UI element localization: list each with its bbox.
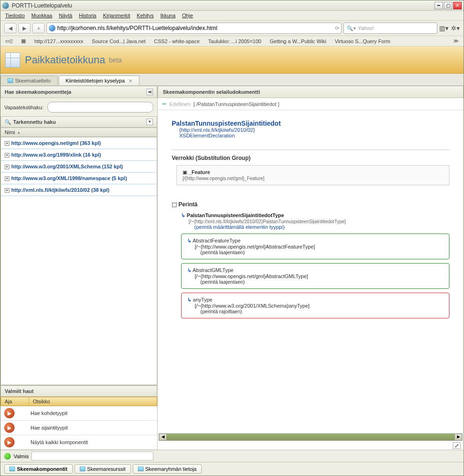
breadcrumb-path: [ /PalstanTunnuspisteenSijaintitiedot ]: [193, 101, 279, 107]
feature-box[interactable]: ▣ _Feature [/{http://www.opengis.net/gml…: [176, 165, 449, 185]
arrow-icon: ↳: [187, 238, 191, 243]
forward-button[interactable]: ▶: [18, 23, 30, 33]
freetext-label: Vapaatekstihaku:: [4, 105, 44, 110]
bookmark-grid-icon[interactable]: ▦: [21, 38, 26, 44]
back-arrow-icon[interactable]: ⇐: [162, 101, 167, 107]
saved-row: ▶ Hae kohdetyypit: [0, 406, 157, 421]
scroll-track[interactable]: [167, 434, 455, 440]
expand-icon[interactable]: +: [5, 153, 9, 158]
bookmark-item[interactable]: Virtuoso S...Query Form: [335, 38, 390, 44]
inheritance-icon: ⬚: [172, 201, 177, 208]
play-button[interactable]: ▶: [4, 437, 15, 447]
tree-item[interactable]: +http://www.w3.org/1999/xlink (16 kpl): [1, 149, 157, 161]
expand-icon[interactable]: +: [5, 165, 9, 169]
inh-name: AbstractGMLType: [192, 267, 233, 273]
expand-icon[interactable]: +: [5, 188, 9, 193]
doc-declaration: XSDElementDeclaration: [179, 133, 449, 138]
inh-note: (perintä rajoittaen): [200, 309, 242, 314]
expand-icon[interactable]: +: [5, 176, 9, 181]
bookmark-item[interactable]: http://127...xxxxxxxxx: [34, 38, 84, 44]
search-bar[interactable]: 🔍▾ Yahoo!: [343, 23, 437, 34]
advanced-search-header[interactable]: 🔍 Tarkennettu haku ▼: [0, 116, 157, 128]
beta-label: beta: [109, 56, 122, 64]
bottom-tab-resources[interactable]: Skeemaresurssit: [75, 464, 131, 474]
saved-title[interactable]: Hae sijaintityypit: [29, 423, 69, 432]
bottom-tab-group-info[interactable]: Skeemaryhmän tietoja: [133, 464, 202, 474]
menu-history[interactable]: Historia: [79, 13, 96, 18]
arrow-icon: ↳: [187, 267, 191, 273]
inh-path: [/~{http://www.opengis.net/gml}AbstractG…: [195, 273, 308, 279]
tab-property-query[interactable]: Kiinteistötietojen kyselypa ✕: [59, 76, 139, 85]
menu-edit[interactable]: Muokkaa: [31, 13, 53, 18]
bottom-tab-components[interactable]: Skeemakomponentit: [4, 464, 73, 474]
saved-title[interactable]: Näytä kaikki komponentit: [29, 438, 90, 447]
back-button[interactable]: ◀: [4, 23, 16, 33]
inh-name: anyType: [193, 297, 213, 302]
tree-item[interactable]: +http://www.w3.org/2001/XMLSchema (152 k…: [1, 161, 157, 173]
url-bar[interactable]: ⟳: [46, 23, 342, 34]
bookmark-menu-icon[interactable]: ▭▯: [5, 38, 13, 44]
column-header[interactable]: Nimi ▲: [0, 128, 157, 137]
menu-help[interactable]: Ohje: [182, 13, 193, 18]
scroll-right-icon[interactable]: ▶: [455, 434, 462, 440]
saved-title[interactable]: Hae kohdetyypit: [29, 408, 69, 418]
saved-col-header: Aja Otsikko: [0, 397, 157, 406]
tree-item[interactable]: +http://xml.nls.fi/ktjkiiwfs/2010/02 (38…: [1, 184, 157, 196]
page-icon[interactable]: ▥▾: [439, 23, 449, 33]
menu-develop[interactable]: Kehitys: [137, 13, 154, 18]
status-ok-icon: [4, 453, 11, 460]
tab-label: Skeemaluettelo: [15, 78, 51, 83]
reload-icon[interactable]: ⟳: [335, 25, 339, 31]
bookmark-item[interactable]: Taulukko: ...i 2005=100: [208, 38, 261, 44]
tab-row: Skeemaluettelo Kiinteistötietojen kysely…: [0, 74, 464, 86]
play-button[interactable]: ▶: [4, 408, 15, 418]
restore-icon[interactable]: ⤢: [453, 442, 461, 449]
url-input[interactable]: [57, 25, 335, 31]
status-input[interactable]: [31, 452, 153, 461]
play-button[interactable]: ▶: [4, 423, 15, 433]
saved-searches-panel: Valmiit haut Aja Otsikko ▶ Hae kohdetyyp…: [0, 385, 157, 450]
feature-icon: ▣: [183, 169, 187, 175]
menu-view[interactable]: Näytä: [59, 13, 72, 18]
tab-icon: [138, 467, 144, 471]
logo-icon: [5, 53, 20, 68]
add-button[interactable]: ＋: [32, 23, 45, 33]
col-title: Otsikko: [29, 397, 54, 406]
collapse-icon[interactable]: ≪: [146, 89, 153, 95]
status-label: Valmis: [14, 453, 29, 459]
search-icon: 🔍▾: [347, 25, 356, 31]
breadcrumb: ⇐ Edellinen [ /PalstanTunnuspisteenSijai…: [158, 98, 464, 110]
tab-schema-list[interactable]: Skeemaluettelo: [0, 76, 58, 85]
menu-window[interactable]: Ikkuna: [160, 13, 175, 18]
maximize-button[interactable]: ▢: [444, 2, 452, 9]
bookmark-item[interactable]: Source Cod...| Java.net: [92, 38, 146, 44]
scroll-left-icon[interactable]: ◀: [159, 434, 167, 440]
inh-path: [/~{http://www.w3.org/2001/XMLSchema}any…: [195, 303, 310, 309]
bookmarks-bar: ▭▯ ▦ http://127...xxxxxxxxx Source Cod..…: [0, 36, 464, 46]
close-tab-icon[interactable]: ✕: [129, 78, 132, 83]
doc-header: Skeemakomponentin selailudokumentti: [158, 86, 464, 98]
inheritance-item[interactable]: ↳ PalstanTunnuspisteenSijaintitiedotType…: [181, 212, 449, 230]
freetext-input[interactable]: [47, 102, 153, 113]
dropdown-icon[interactable]: ▼: [146, 119, 153, 125]
inheritance-item[interactable]: ↳ AbstractGMLType [/~{http://www.opengis…: [181, 263, 449, 289]
menu-file[interactable]: Tiedosto: [5, 13, 25, 18]
expand-icon[interactable]: +: [5, 141, 9, 146]
inh-path: [/~{http://xml.nls.fi/ktjkiiwfs/2010/02}…: [189, 219, 346, 224]
bookmark-item[interactable]: CSS2 - white-space: [154, 38, 199, 44]
horizontal-scrollbar[interactable]: ◀ ▶: [159, 433, 463, 441]
feature-name: _Feature: [189, 169, 210, 175]
inheritance-item[interactable]: ↳ AbstractFeatureType [/~{http://www.ope…: [181, 234, 449, 259]
menu-bookmarks[interactable]: Kirjanmerkit: [103, 13, 130, 18]
saved-row: ▶ Hae sijaintityypit: [0, 421, 157, 435]
inh-note: (perintä laajentaen): [200, 249, 245, 255]
inh-path: [/~{http://www.opengis.net/gml}AbstractF…: [195, 244, 315, 249]
inheritance-item[interactable]: ↳ anyType [/~{http://www.w3.org/2001/XML…: [181, 293, 449, 318]
tree-item[interactable]: +http://www.w3.org/XML/1998/namespace (5…: [1, 173, 157, 184]
close-button[interactable]: ✕: [453, 2, 462, 9]
tree-item[interactable]: +http://www.opengis.net/gml (363 kpl): [1, 137, 157, 149]
minimize-button[interactable]: ━: [434, 2, 443, 9]
gear-icon[interactable]: ✲▾: [450, 23, 460, 33]
bookmarks-overflow-icon[interactable]: ≫: [453, 38, 459, 44]
bookmark-item[interactable]: Getting a W...Public Wiki: [270, 38, 326, 44]
